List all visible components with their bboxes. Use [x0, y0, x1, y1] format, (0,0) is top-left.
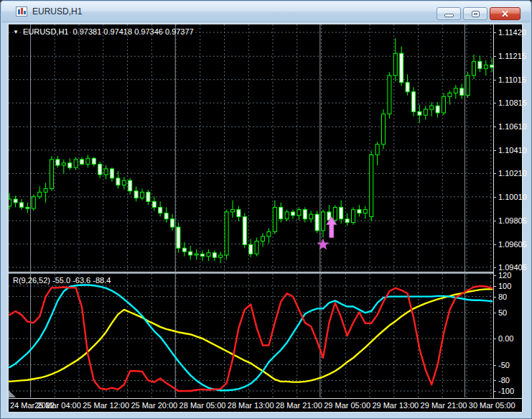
candle-body [249, 244, 253, 254]
restore-icon [472, 11, 480, 17]
candle-body [201, 254, 205, 256]
candle-body [358, 210, 361, 213]
chart-symbol-label: EURUSD,H1 [23, 27, 69, 36]
axis-tick-mark [493, 126, 496, 127]
axis-tick-mark [493, 339, 496, 339]
candle-body [345, 219, 349, 223]
candle-body [195, 254, 198, 255]
candle-body [20, 203, 24, 207]
candle-body [418, 111, 421, 115]
candle-body [92, 158, 95, 164]
candle-body [382, 114, 386, 144]
candle-body [159, 207, 162, 213]
candle-body [141, 192, 144, 198]
chart-app-icon [16, 6, 27, 17]
candle-body [9, 199, 11, 206]
candle-body [44, 188, 47, 192]
axis-label: 0.00 [498, 334, 513, 343]
time-axis-label: 29 Mar 13:00 [372, 401, 419, 410]
axis-tick-mark [493, 197, 496, 198]
indicator-line-slow [9, 289, 492, 382]
candle-body [442, 96, 446, 113]
candle-body [454, 88, 457, 93]
candle-body [460, 88, 464, 96]
axis-label: 1.09805 [498, 216, 527, 225]
restore-button[interactable] [463, 7, 487, 20]
candle-body [412, 92, 416, 112]
symbol-dropdown-icon[interactable]: ▼ [13, 29, 19, 35]
candle-body [424, 109, 427, 115]
candle-body [309, 214, 313, 218]
candle-body [237, 210, 241, 217]
title-bar[interactable]: EURUSD,H1 ✕ [1, 1, 531, 22]
time-axis-label: 25 Mar 04:00 [34, 401, 81, 410]
star-signal-icon [317, 238, 329, 249]
candle-body [472, 62, 476, 75]
axis-tick-mark [493, 391, 496, 392]
candle-body [14, 199, 17, 203]
candle-body [393, 53, 397, 75]
close-button[interactable]: ✕ [490, 7, 521, 20]
chart-frame: ▼ EURUSD,H1 0.97381 0.97418 0.97346 0.97… [8, 24, 523, 413]
time-axis-label: 28 Mar 21:00 [276, 401, 322, 410]
candle-body [340, 207, 343, 218]
axis-label: 1.11420 [498, 28, 526, 37]
candle-body [303, 210, 307, 219]
candle-body [363, 210, 367, 213]
candle-body [122, 180, 126, 185]
axis-tick-mark [493, 173, 496, 174]
candle-body [484, 65, 487, 68]
candle-body [104, 169, 108, 175]
candle-body [279, 207, 283, 218]
candle-body [297, 210, 301, 216]
main-chart-pane[interactable] [9, 24, 493, 272]
time-axis[interactable]: 24 Mar 202225 Mar 04:0025 Mar 12:0025 Ma… [9, 398, 522, 412]
candle-body [38, 192, 42, 196]
axis-label: 1.10410 [498, 146, 527, 155]
indicator-pane[interactable] [9, 274, 493, 397]
candle-body [267, 232, 271, 236]
candle-body [129, 180, 132, 191]
close-icon: ✕ [501, 9, 509, 19]
time-axis-label: 29 Mar 21:00 [421, 401, 467, 410]
candle-body [98, 164, 102, 175]
price-axis[interactable]: 1.114201.112151.110151.108151.106101.104… [493, 24, 522, 398]
candle-body [62, 163, 65, 165]
candle-body [177, 227, 180, 248]
candle-body [171, 219, 174, 227]
minimize-icon [444, 14, 454, 17]
chart-window: EURUSD,H1 ✕ ▼ EURUSD,H1 0.97381 0.97418 … [0, 0, 532, 419]
candle-body [436, 106, 439, 113]
axis-label: 100 [498, 282, 511, 290]
candle-body [152, 201, 156, 207]
window-title: EURUSD,H1 [32, 6, 82, 17]
time-axis-label: 28 Mar 05:00 [179, 401, 226, 410]
candle-body [74, 160, 78, 167]
candle-body [243, 216, 246, 244]
chart-client-area: ▼ EURUSD,H1 0.97381 0.97418 0.97346 0.97… [6, 22, 523, 413]
minimize-button[interactable] [437, 7, 461, 20]
candle-body [207, 253, 210, 257]
axis-label: 80 [498, 293, 507, 301]
candle-body [111, 169, 114, 178]
candle-body [189, 252, 192, 255]
axis-tick-mark [493, 244, 496, 245]
candle-body [352, 210, 355, 223]
axis-tick-mark [493, 56, 496, 57]
candle-body [255, 241, 258, 254]
axis-tick-mark [493, 103, 496, 103]
candle-body [333, 207, 337, 220]
candle-body [182, 248, 186, 252]
axis-tick-mark [493, 313, 496, 313]
time-axis-label: 28 Mar 13:00 [228, 401, 274, 410]
time-axis-label: 25 Mar 12:00 [83, 401, 129, 410]
candle-body [231, 210, 235, 212]
candle-body [478, 62, 482, 69]
axis-label: -80 [498, 376, 510, 385]
candle-body [50, 160, 54, 189]
axis-tick-mark [493, 267, 496, 268]
candle-body [285, 212, 289, 219]
candle-body [164, 213, 168, 219]
chart-ohlc-header: ▼ EURUSD,H1 0.97381 0.97418 0.97346 0.97… [13, 27, 194, 36]
candle-body [448, 93, 452, 96]
